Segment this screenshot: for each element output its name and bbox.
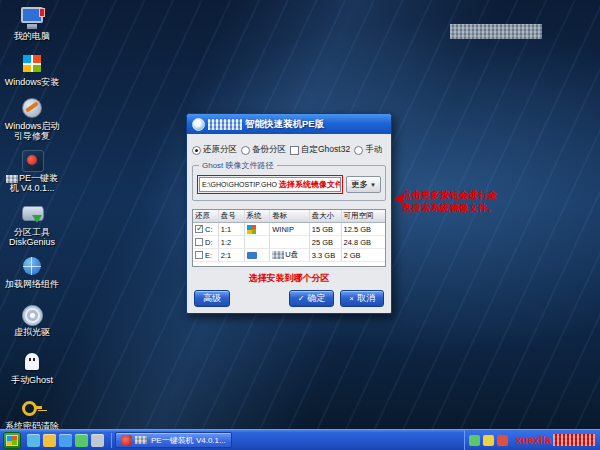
start-button[interactable] <box>3 432 21 449</box>
icon-label: Windows安装 <box>2 77 62 87</box>
header-label[interactable]: 卷标 <box>270 210 310 222</box>
radio-label: 备份分区 <box>252 144 286 156</box>
taskbar: PE一键装机 V4.0.1... xuexila <box>0 429 600 450</box>
radio-label: 手动 <box>365 144 382 156</box>
desktop-icon-my-computer[interactable]: 我的电脑 <box>2 6 62 41</box>
partition-table: 还原 盘号 系统 卷标 盘大小 可用空间 C: 1:1 WINIP 15 GB … <box>192 209 386 267</box>
desktop: 我的电脑 Windows安装 Windows启动 引导修复 PE一键装机 V4.… <box>0 0 600 450</box>
chevron-down-icon: ▼ <box>370 182 376 188</box>
tray-icon[interactable] <box>469 435 480 446</box>
radio-icon <box>354 146 363 155</box>
restore-checkbox[interactable] <box>195 251 203 259</box>
quick-launch-icon[interactable] <box>75 434 88 447</box>
taskbar-divider <box>111 433 112 448</box>
windows-logo-icon <box>247 225 256 234</box>
desktop-icon-onekey-install[interactable]: PE一键装机 V4.0.1... <box>2 148 62 193</box>
radio-icon <box>192 146 201 155</box>
quick-launch <box>27 434 104 447</box>
onekey-install-icon <box>121 435 132 446</box>
advanced-button[interactable]: 高级 <box>194 290 230 307</box>
dialog-body: 还原分区 备份分区 自定Ghost32 手动 Ghost 映像文件路径 <box>187 134 391 313</box>
tray-icon[interactable] <box>497 435 508 446</box>
icon-label: 我的电脑 <box>2 31 62 41</box>
quick-launch-icon[interactable] <box>91 434 104 447</box>
image-path-value: E:\GHO\GHOSTIP.GHO <box>200 181 277 188</box>
icon-label: 手动Ghost <box>2 375 62 385</box>
annotation-arrow-icon <box>389 194 403 204</box>
close-icon: × <box>349 294 354 303</box>
windows-setup-icon <box>19 52 45 76</box>
desktop-icon-manual-ghost[interactable]: 手动Ghost <box>2 350 62 385</box>
desktop-icon-password-clear[interactable]: 系统密码清除 <box>2 396 62 431</box>
tray-icon[interactable] <box>483 435 494 446</box>
header-restore[interactable]: 还原 <box>193 210 219 222</box>
task-button[interactable]: PE一键装机 V4.0.1... <box>115 432 232 448</box>
icon-label: 加载网络组件 <box>2 279 62 289</box>
header-free[interactable]: 可用空间 <box>342 210 386 222</box>
quick-launch-icon[interactable] <box>59 434 72 447</box>
usb-drive-icon <box>247 252 257 259</box>
table-row[interactable]: D: 1:2 25 GB 24.8 GB <box>193 236 385 249</box>
desktop-icon-boot-repair[interactable]: Windows启动 引导修复 <box>2 96 62 141</box>
icon-label: PE一键装机 V4.0.1... <box>2 173 62 193</box>
desktop-icon-network[interactable]: 加载网络组件 <box>2 254 62 289</box>
ok-button[interactable]: ✓ 确定 <box>289 290 335 307</box>
system-tray: xuexila <box>464 430 600 450</box>
quick-launch-icon[interactable] <box>27 434 40 447</box>
dialog-titlebar[interactable]: 智能快速装机PE版 <box>187 114 391 134</box>
table-row[interactable]: E: 2:1 U盘 3.3 GB 2 GB <box>193 249 385 262</box>
my-computer-icon <box>19 6 45 30</box>
desktop-icon-windows-setup[interactable]: Windows安装 <box>2 52 62 87</box>
icon-label: 分区工具 DiskGenius <box>2 227 62 247</box>
radio-restore-partition[interactable]: 还原分区 <box>192 144 237 156</box>
virtual-cd-icon <box>19 302 45 326</box>
ghost-icon <box>19 350 45 374</box>
blurred-watermark <box>450 24 542 39</box>
radio-icon <box>241 146 250 155</box>
more-button-label: 更多 <box>351 179 368 191</box>
more-button[interactable]: 更多 ▼ <box>346 176 381 193</box>
restore-checkbox[interactable] <box>195 225 203 233</box>
image-path-groupbox: Ghost 映像文件路径 E:\GHO\GHOSTIP.GHO 选择系统镜像文件… <box>192 165 386 201</box>
app-logo-icon <box>192 118 205 131</box>
image-path-hint: 选择系统镜像文件 <box>279 179 341 190</box>
radio-backup-partition[interactable]: 备份分区 <box>241 144 286 156</box>
table-row[interactable]: C: 1:1 WINIP 15 GB 12.5 GB <box>193 223 385 236</box>
red-highlight-box: E:\GHO\GHOSTIP.GHO 选择系统镜像文件 ▼ <box>197 175 343 194</box>
checkbox-custom-ghost32[interactable]: 自定Ghost32 <box>290 144 350 156</box>
blurred-brand <box>6 175 18 183</box>
partition-hint-text: 选择安装到哪个分区 <box>192 272 386 285</box>
windows-flag-icon <box>7 436 17 445</box>
button-row: 高级 ✓ 确定 × 取消 <box>192 290 386 307</box>
annotation-text: 点击更多按钮会进行全 盘搜索系统镜像文件。 <box>402 188 502 214</box>
install-dialog: 智能快速装机PE版 还原分区 备份分区 自定Ghost32 手动 <box>186 113 392 314</box>
quick-launch-icon[interactable] <box>43 434 56 447</box>
mode-options: 还原分区 备份分区 自定Ghost32 手动 <box>192 144 386 156</box>
desktop-icon-diskgenius[interactable]: 分区工具 DiskGenius <box>2 202 62 247</box>
site-watermark: xuexila <box>515 434 595 446</box>
dialog-title: 智能快速装机PE版 <box>245 118 324 131</box>
red-badge-icon <box>39 8 45 17</box>
restore-checkbox[interactable] <box>195 238 203 246</box>
header-disk-num[interactable]: 盘号 <box>219 210 245 222</box>
icon-label: Windows启动 引导修复 <box>2 121 62 141</box>
blurred-brand <box>135 436 147 444</box>
path-row: E:\GHO\GHOSTIP.GHO 选择系统镜像文件 ▼ 更多 ▼ <box>197 175 381 194</box>
header-size[interactable]: 盘大小 <box>310 210 342 222</box>
check-icon: ✓ <box>298 294 305 303</box>
cancel-button[interactable]: × 取消 <box>340 290 384 307</box>
image-path-combobox[interactable]: E:\GHO\GHOSTIP.GHO 选择系统镜像文件 ▼ <box>199 177 341 192</box>
blurred-brand <box>208 119 242 130</box>
blurred-watermark <box>553 434 595 446</box>
groupbox-label: Ghost 映像文件路径 <box>199 160 277 171</box>
radio-manual[interactable]: 手动 <box>354 144 382 156</box>
checkbox-icon <box>290 146 299 155</box>
icon-label: 虚拟光驱 <box>2 327 62 337</box>
desktop-icon-virtual-cd[interactable]: 虚拟光驱 <box>2 302 62 337</box>
blurred-brand <box>272 251 284 259</box>
radio-label: 还原分区 <box>203 144 237 156</box>
header-system[interactable]: 系统 <box>245 210 271 222</box>
onekey-install-icon <box>19 148 45 172</box>
checkbox-label: 自定Ghost32 <box>301 144 350 156</box>
network-icon <box>19 254 45 278</box>
